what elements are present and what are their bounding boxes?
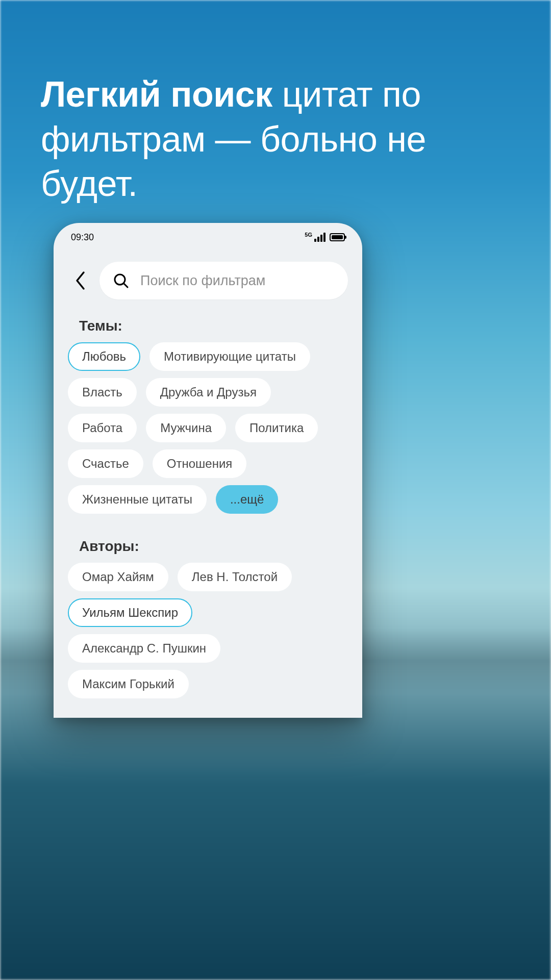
hero-headline: Легкий поиск цитат по фильтрам — больно … — [41, 72, 510, 207]
sections.themes-chip[interactable]: Счастье — [68, 449, 143, 478]
status-bar: 09:30 5G — [54, 223, 362, 244]
chevron-left-icon — [74, 271, 86, 290]
sections.themes-chip[interactable]: Работа — [68, 414, 137, 442]
sections.themes-chip[interactable]: Политика — [235, 414, 318, 442]
sections.themes-chip[interactable]: Мотивирующие цитаты — [149, 342, 310, 371]
battery-icon — [330, 233, 345, 241]
search-icon — [113, 272, 129, 289]
sections.themes-chip[interactable]: Мужчина — [146, 414, 226, 442]
sections.themes-chip[interactable]: Власть — [68, 378, 137, 407]
themes-chip-group: ЛюбовьМотивирующие цитатыВластьДружба и … — [68, 342, 348, 514]
status-time: 09:30 — [71, 232, 94, 243]
sections.authors-chip[interactable]: Максим Горький — [68, 670, 189, 698]
authors-chip-group: Омар ХайямЛев Н. ТолстойУильям ШекспирАл… — [68, 563, 348, 698]
authors-title: Авторы: — [79, 538, 348, 555]
status-right: 5G — [305, 232, 345, 243]
hero-bold: Легкий поиск — [41, 74, 272, 114]
phone-frame: 09:30 5G Поиск по фильтрам Темы: Любов — [54, 223, 362, 718]
sections.authors-chip[interactable]: Омар Хайям — [68, 563, 168, 591]
search-input[interactable]: Поиск по фильтрам — [99, 262, 348, 299]
search-placeholder: Поиск по фильтрам — [140, 273, 265, 289]
status-network-label: 5G — [305, 232, 312, 238]
sections.themes-chip[interactable]: Отношения — [153, 449, 247, 478]
sections.authors-chip[interactable]: Лев Н. Толстой — [178, 563, 292, 591]
svg-line-1 — [124, 284, 128, 287]
search-row: Поиск по фильтрам — [68, 262, 348, 299]
signal-icon — [314, 233, 325, 242]
sections.authors-chip[interactable]: Александр С. Пушкин — [68, 634, 220, 663]
sections.authors-chip[interactable]: Уильям Шекспир — [68, 598, 192, 627]
themes-more-chip[interactable]: ...ещё — [216, 485, 278, 514]
sections.themes-chip[interactable]: Жизненные цитаты — [68, 485, 207, 514]
sections.themes-chip[interactable]: Любовь — [68, 342, 140, 371]
themes-title: Темы: — [79, 318, 348, 334]
sections.themes-chip[interactable]: Дружба и Друзья — [146, 378, 271, 407]
app-content: Поиск по фильтрам Темы: ЛюбовьМотивирующ… — [54, 244, 362, 698]
back-button[interactable] — [68, 263, 92, 298]
